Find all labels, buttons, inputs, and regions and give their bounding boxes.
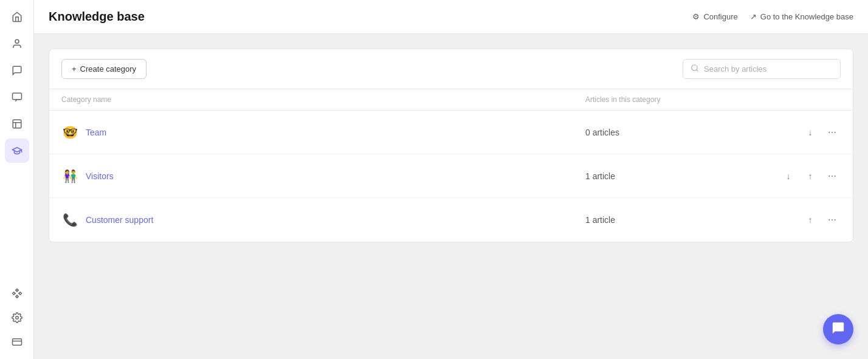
category-icon-customer-support: 📞: [61, 213, 78, 227]
articles-count-visitors: 1 article: [585, 171, 768, 181]
category-table: + Create category Category name Articles…: [49, 49, 853, 242]
svg-rect-2: [13, 120, 21, 128]
actions-cell-customer-support: ↑ ⋯: [768, 211, 841, 228]
svg-rect-1: [12, 93, 21, 100]
category-name-visitors[interactable]: Visitors: [86, 171, 114, 181]
articles-count-customer-support: 1 article: [585, 215, 768, 225]
category-name-team[interactable]: Team: [86, 128, 106, 137]
sidebar-item-billing[interactable]: [5, 330, 29, 354]
col-header-actions: [768, 95, 841, 104]
category-cell-team: 🤓 Team: [61, 125, 585, 140]
svg-point-0: [15, 39, 19, 43]
move-up-button-customer-support[interactable]: ↑: [802, 211, 819, 228]
search-icon: [691, 64, 699, 74]
svg-line-11: [697, 70, 698, 72]
table-row: 📞 Customer support 1 article ↑ ⋯: [49, 198, 853, 242]
sidebar-item-settings[interactable]: [5, 306, 29, 330]
col-header-articles: Articles in this category: [585, 95, 768, 104]
chat-fab-button[interactable]: [823, 314, 853, 344]
actions-cell-team: ↓ ⋯: [768, 124, 841, 141]
col-header-category: Category name: [61, 95, 585, 104]
more-options-button-visitors[interactable]: ⋯: [824, 168, 841, 185]
move-down-button-team[interactable]: ↓: [802, 124, 819, 141]
svg-point-10: [692, 65, 697, 70]
sidebar-item-integrations[interactable]: [5, 281, 29, 306]
external-link-icon: ↗: [750, 12, 757, 21]
actions-cell-visitors: ↓ ↑ ⋯: [768, 168, 841, 185]
table-toolbar: + Create category: [49, 49, 853, 89]
sidebar-item-knowledge[interactable]: [5, 138, 29, 163]
category-name-customer-support[interactable]: Customer support: [86, 215, 153, 225]
table-row: 👫 Visitors 1 article ↓ ↑ ⋯: [49, 154, 853, 198]
goto-label: Go to the Knowledge base: [760, 12, 853, 21]
page-header: Knowledge base ⚙ Configure ↗ Go to the K…: [34, 0, 868, 34]
gear-icon: ⚙: [692, 12, 700, 21]
goto-knowledge-link[interactable]: ↗ Go to the Knowledge base: [750, 12, 853, 21]
sidebar-item-home[interactable]: [5, 5, 29, 29]
plus-icon: +: [72, 64, 77, 74]
category-icon-team: 🤓: [61, 125, 78, 140]
header-actions: ⚙ Configure ↗ Go to the Knowledge base: [692, 12, 853, 21]
articles-count-team: 0 articles: [585, 128, 768, 137]
table-row: 🤓 Team 0 articles ↓ ⋯: [49, 111, 853, 154]
sidebar-item-contacts[interactable]: [5, 32, 29, 56]
page-title: Knowledge base: [49, 10, 145, 24]
content-area: + Create category Category name Articles…: [34, 34, 868, 359]
create-category-label: Create category: [80, 64, 137, 74]
move-up-button-visitors[interactable]: ↑: [802, 168, 819, 185]
table-header: Category name Articles in this category: [49, 89, 853, 111]
create-category-button[interactable]: + Create category: [61, 59, 146, 79]
svg-point-7: [15, 316, 18, 320]
category-cell-visitors: 👫 Visitors: [61, 169, 585, 183]
configure-label: Configure: [703, 12, 737, 21]
sidebar-item-chat[interactable]: [5, 85, 29, 109]
sidebar: [0, 0, 34, 359]
search-box: [683, 59, 841, 79]
main-area: Knowledge base ⚙ Configure ↗ Go to the K…: [34, 0, 868, 359]
search-input[interactable]: [704, 64, 833, 74]
sidebar-item-inbox[interactable]: [5, 58, 29, 83]
sidebar-item-reports[interactable]: [5, 112, 29, 136]
svg-rect-8: [12, 339, 21, 346]
category-icon-visitors: 👫: [61, 169, 78, 183]
more-options-button-customer-support[interactable]: ⋯: [824, 211, 841, 228]
move-down-button-visitors[interactable]: ↓: [780, 168, 797, 185]
chat-fab-icon: [832, 321, 845, 338]
more-options-button-team[interactable]: ⋯: [824, 124, 841, 141]
category-cell-customer-support: 📞 Customer support: [61, 213, 585, 227]
configure-link[interactable]: ⚙ Configure: [692, 12, 737, 21]
